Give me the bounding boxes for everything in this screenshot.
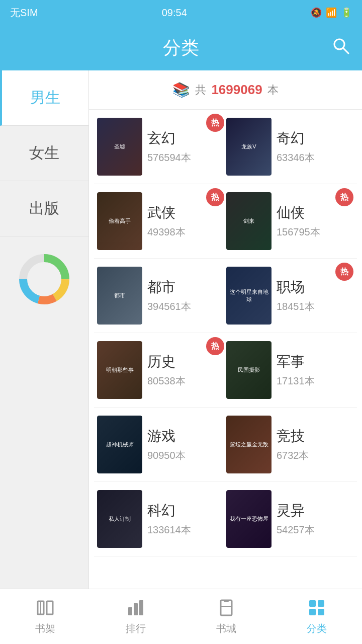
category-item[interactable]: 热圣墟玄幻576594本 <box>97 118 220 176</box>
info-prefix: 共 <box>195 83 206 98</box>
category-name: 灵异 <box>277 501 315 520</box>
category-name: 军事 <box>277 352 315 371</box>
header: 分类 <box>0 25 362 70</box>
category-name: 武侠 <box>147 203 186 222</box>
info-suffix: 本 <box>267 83 279 98</box>
svg-rect-18 <box>318 600 324 607</box>
sidebar-item-published[interactable]: 出版 <box>0 181 88 236</box>
svg-rect-8 <box>47 601 53 614</box>
category-grid: 热圣墟玄幻576594本龙族V奇幻63346本热偷着高手武侠49398本热剑来仙… <box>89 110 362 556</box>
category-row: 热偷着高手武侠49398本热剑来仙侠156795本 <box>94 184 357 259</box>
category-item[interactable]: 超神机械师游戏90950本 <box>97 416 220 473</box>
sidebar-item-male[interactable]: 男生 <box>0 70 88 126</box>
nav-item-bookshelf[interactable]: 书架 <box>0 598 90 635</box>
category-item[interactable]: 热明朝那些事历史80538本 <box>97 341 220 399</box>
donut-chart <box>17 252 72 307</box>
category-count: 63346本 <box>277 151 315 165</box>
hot-badge: 热 <box>335 263 353 281</box>
left-sidebar: 男生 女生 出版 <box>0 70 89 612</box>
category-item[interactable]: 龙族V奇幻63346本 <box>226 118 349 176</box>
book-icon: 📚 <box>172 82 190 98</box>
nav-item-category[interactable]: 分类 <box>272 598 362 635</box>
bookstore-icon <box>217 598 236 620</box>
category-count: 49398本 <box>147 225 186 239</box>
svg-rect-20 <box>318 609 324 615</box>
status-bar: 无SIM 09:54 🔕 📶 🔋 <box>0 0 362 25</box>
time-label: 09:54 <box>162 7 187 19</box>
category-name: 科幻 <box>147 501 191 520</box>
svg-rect-19 <box>309 609 316 615</box>
category-label: 分类 <box>307 622 327 635</box>
bookshelf-icon <box>36 598 55 620</box>
main-content: 📚 共 1699069 本 热圣墟玄幻576594本龙族V奇幻63346本热偷着… <box>89 70 362 612</box>
total-count: 1699069 <box>211 82 262 98</box>
category-count: 17131本 <box>277 374 315 388</box>
category-item[interactable]: 私人订制科幻133614本 <box>97 490 220 548</box>
svg-rect-12 <box>139 600 143 615</box>
category-count: 576594本 <box>147 151 191 165</box>
category-count: 156795本 <box>277 225 320 239</box>
hot-badge: 热 <box>206 188 224 206</box>
ranking-label: 排行 <box>126 622 146 635</box>
category-item[interactable]: 热剑来仙侠156795本 <box>226 192 349 250</box>
category-item[interactable]: 民国摄影军事17131本 <box>226 341 349 399</box>
ranking-icon <box>126 598 145 620</box>
svg-rect-16 <box>224 600 229 602</box>
category-count: 90950本 <box>147 449 186 462</box>
category-row: 私人订制科幻133614本我有一座恐怖屋灵异54257本 <box>94 482 357 556</box>
category-item[interactable]: 我有一座恐怖屋灵异54257本 <box>226 490 349 548</box>
category-item[interactable]: 都市都市394561本 <box>97 267 220 325</box>
nav-item-ranking[interactable]: 排行 <box>90 598 181 635</box>
category-count: 54257本 <box>277 523 315 537</box>
category-count: 6732本 <box>277 449 309 462</box>
category-name: 职场 <box>277 278 315 297</box>
status-icons: 🔕 📶 🔋 <box>311 7 352 18</box>
category-row: 热圣墟玄幻576594本龙族V奇幻63346本 <box>94 110 357 184</box>
carrier-label: 无SIM <box>10 6 38 20</box>
svg-rect-17 <box>309 600 316 607</box>
svg-rect-11 <box>134 603 138 615</box>
category-scroll-area: 热圣墟玄幻576594本龙族V奇幻63346本热偷着高手武侠49398本热剑来仙… <box>89 110 362 612</box>
category-count: 133614本 <box>147 523 191 537</box>
info-row: 📚 共 1699069 本 <box>89 70 362 110</box>
nav-item-bookstore[interactable]: 书城 <box>181 598 272 635</box>
svg-rect-10 <box>128 607 132 615</box>
content-area: 男生 女生 出版 📚 <box>0 70 362 612</box>
hot-badge: 热 <box>206 337 224 355</box>
search-button[interactable] <box>332 37 350 59</box>
category-name: 玄幻 <box>147 129 191 148</box>
chart-area <box>0 236 88 322</box>
category-name: 仙侠 <box>277 203 320 222</box>
hot-badge: 热 <box>206 114 224 132</box>
category-name: 游戏 <box>147 427 186 446</box>
category-icon <box>307 598 326 620</box>
category-count: 394561本 <box>147 300 191 313</box>
bell-slash-icon: 🔕 <box>311 7 322 18</box>
sidebar-item-female[interactable]: 女生 <box>0 126 88 181</box>
svg-line-1 <box>343 48 348 53</box>
category-row: 都市都市394561本热这个明星来自地球职场18451本 <box>94 259 357 333</box>
svg-rect-13 <box>221 600 232 615</box>
battery-icon: 🔋 <box>341 7 352 18</box>
category-row: 热明朝那些事历史80538本民国摄影军事17131本 <box>94 333 357 408</box>
category-count: 80538本 <box>147 374 186 388</box>
category-name: 历史 <box>147 352 186 371</box>
wifi-icon: 📶 <box>326 7 337 18</box>
category-item[interactable]: 热这个明星来自地球职场18451本 <box>226 267 349 325</box>
category-count: 18451本 <box>277 300 315 313</box>
category-item[interactable]: 热偷着高手武侠49398本 <box>97 192 220 250</box>
category-name: 竞技 <box>277 427 309 446</box>
category-item[interactable]: 篮坛之赢金无敌竞技6732本 <box>226 416 349 473</box>
category-name: 奇幻 <box>277 129 315 148</box>
category-row: 超神机械师游戏90950本篮坛之赢金无敌竞技6732本 <box>94 408 357 482</box>
hot-badge: 热 <box>335 188 353 206</box>
bottom-nav: 书架排行书城分类 <box>0 589 362 644</box>
page-title: 分类 <box>163 36 199 60</box>
category-name: 都市 <box>147 278 191 297</box>
bookstore-label: 书城 <box>216 622 236 635</box>
bookshelf-label: 书架 <box>35 622 55 635</box>
